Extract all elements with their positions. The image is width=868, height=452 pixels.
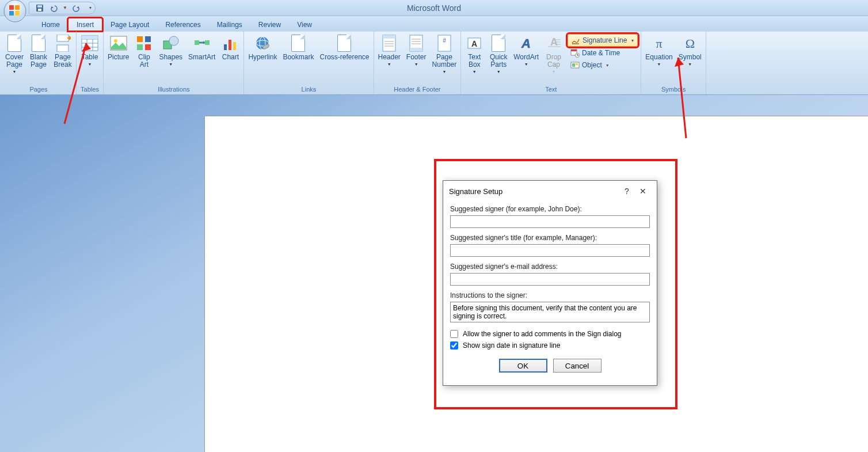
- svg-rect-35: [383, 35, 395, 39]
- qat-customize-icon[interactable]: ▾: [89, 5, 92, 10]
- svg-point-0: [4, 0, 26, 22]
- object-label: Object: [582, 61, 602, 69]
- object-button[interactable]: Object ▼: [568, 59, 638, 71]
- page-number-button[interactable]: # Page Number ▼: [430, 33, 459, 75]
- tab-page-layout[interactable]: Page Layout: [102, 18, 157, 31]
- close-icon[interactable]: ✕: [635, 185, 651, 197]
- equation-icon: π: [650, 34, 668, 52]
- svg-rect-2: [15, 5, 20, 10]
- signature-line-icon: [571, 36, 580, 45]
- header-button[interactable]: Header ▼: [376, 33, 403, 67]
- group-text: A Text Box ▼ Quick Parts ▼ A WordArt ▼ A…: [461, 32, 641, 94]
- signer-title-label: Suggested signer's title (for example, M…: [450, 234, 650, 242]
- signer-email-input[interactable]: [450, 273, 650, 286]
- date-time-icon: [570, 48, 580, 58]
- svg-rect-29: [233, 42, 236, 50]
- shapes-button[interactable]: Shapes ▼: [157, 33, 185, 67]
- svg-rect-7: [38, 9, 41, 11]
- symbol-button[interactable]: Ω Symbol ▼: [676, 33, 704, 67]
- clip-art-icon: [135, 34, 153, 52]
- signature-setup-dialog: Signature Setup ? ✕ Suggested signer (fo…: [443, 180, 657, 386]
- smartart-button[interactable]: SmartArt: [186, 33, 218, 62]
- svg-rect-26: [205, 40, 210, 45]
- chart-button[interactable]: Chart: [219, 33, 242, 62]
- signature-line-button[interactable]: Signature Line ▼: [568, 34, 638, 47]
- svg-rect-19: [137, 36, 143, 42]
- tab-mailings[interactable]: Mailings: [209, 18, 250, 31]
- clip-art-button[interactable]: Clip Art: [132, 33, 155, 70]
- group-label-links: Links: [246, 85, 371, 94]
- text-box-button[interactable]: A Text Box ▼: [463, 33, 486, 75]
- hyperlink-icon: [253, 34, 272, 52]
- allow-comments-checkbox[interactable]: [450, 330, 458, 338]
- drop-cap-button[interactable]: A Drop Cap ▼: [542, 33, 565, 75]
- table-icon: [81, 34, 99, 52]
- group-symbols: π Equation ▼ Ω Symbol ▼ Symbols: [641, 32, 706, 94]
- svg-rect-21: [137, 44, 143, 50]
- cover-page-button[interactable]: Cover Page ▼: [3, 33, 26, 75]
- group-header-footer: Header ▼ Footer ▼ # Page Number ▼ Header…: [374, 32, 462, 94]
- signer-input[interactable]: [450, 215, 650, 228]
- picture-button[interactable]: Picture: [105, 33, 131, 62]
- tab-references[interactable]: References: [157, 18, 208, 31]
- instructions-label: Instructions to the signer:: [450, 291, 650, 299]
- signer-label: Suggested signer (for example, John Doe)…: [450, 205, 650, 213]
- svg-rect-56: [571, 50, 577, 51]
- date-time-button[interactable]: Date & Time: [568, 47, 638, 59]
- redo-icon[interactable]: [72, 3, 81, 13]
- help-icon[interactable]: ?: [619, 185, 635, 197]
- blank-page-icon: [29, 34, 48, 52]
- undo-dropdown-icon[interactable]: ▼: [63, 5, 67, 10]
- show-date-checkbox[interactable]: [450, 341, 458, 350]
- instructions-textarea[interactable]: [450, 302, 650, 322]
- chart-icon: [221, 34, 239, 52]
- picture-icon: [109, 34, 128, 52]
- tab-home[interactable]: Home: [33, 18, 68, 31]
- group-links: Hyperlink Bookmark Cross-reference Links: [244, 32, 374, 94]
- svg-text:Ω: Ω: [686, 36, 695, 51]
- equation-button[interactable]: π Equation ▼: [643, 33, 675, 67]
- svg-point-18: [114, 39, 117, 43]
- signer-title-input[interactable]: [450, 244, 650, 257]
- app-title: Microsoft Word: [407, 3, 461, 13]
- svg-rect-1: [9, 5, 14, 10]
- object-icon: [570, 60, 580, 70]
- title-bar: ▼ ▾ Microsoft Word: [0, 0, 868, 16]
- svg-rect-3: [9, 11, 14, 16]
- cross-reference-button[interactable]: Cross-reference: [317, 33, 371, 62]
- quick-parts-button[interactable]: Quick Parts ▼: [487, 33, 510, 75]
- hyperlink-button[interactable]: Hyperlink: [246, 33, 279, 62]
- cancel-button[interactable]: Cancel: [553, 359, 601, 373]
- footer-icon: [407, 34, 425, 52]
- chevron-down-icon: ▼: [606, 63, 610, 67]
- footer-button[interactable]: Footer ▼: [404, 33, 429, 67]
- allow-comments-label: Allow the signer to add comments in the …: [463, 330, 622, 338]
- svg-point-24: [169, 36, 178, 45]
- svg-rect-27: [224, 44, 227, 50]
- cross-reference-icon: [335, 34, 353, 52]
- svg-rect-25: [195, 40, 199, 45]
- group-illustrations: Picture Clip Art Shapes ▼ SmartArt Chart…: [104, 32, 244, 94]
- wordart-button[interactable]: A WordArt ▼: [511, 33, 541, 67]
- tab-insert[interactable]: Insert: [68, 18, 102, 31]
- dialog-title: Signature Setup: [449, 187, 619, 196]
- svg-rect-6: [37, 5, 42, 7]
- bookmark-button[interactable]: Bookmark: [280, 33, 316, 62]
- tab-view[interactable]: View: [289, 18, 320, 31]
- page-break-icon: [54, 34, 72, 52]
- ok-button[interactable]: OK: [499, 359, 547, 373]
- cover-page-icon: [5, 34, 24, 52]
- page-break-button[interactable]: Page Break: [51, 33, 74, 70]
- svg-rect-62: [576, 63, 578, 65]
- undo-icon[interactable]: [49, 3, 58, 13]
- svg-rect-9: [57, 45, 68, 52]
- shapes-icon: [162, 34, 180, 52]
- header-icon: [380, 34, 398, 52]
- ribbon-tabs: Home Insert Page Layout References Maili…: [0, 16, 868, 31]
- blank-page-button[interactable]: Blank Page: [27, 33, 50, 70]
- office-button[interactable]: [3, 0, 27, 23]
- save-icon[interactable]: [35, 3, 44, 13]
- table-button[interactable]: Table ▼: [78, 33, 101, 67]
- tab-review[interactable]: Review: [250, 18, 289, 31]
- ribbon: Cover Page ▼ Blank Page Page Break Pages: [0, 31, 868, 95]
